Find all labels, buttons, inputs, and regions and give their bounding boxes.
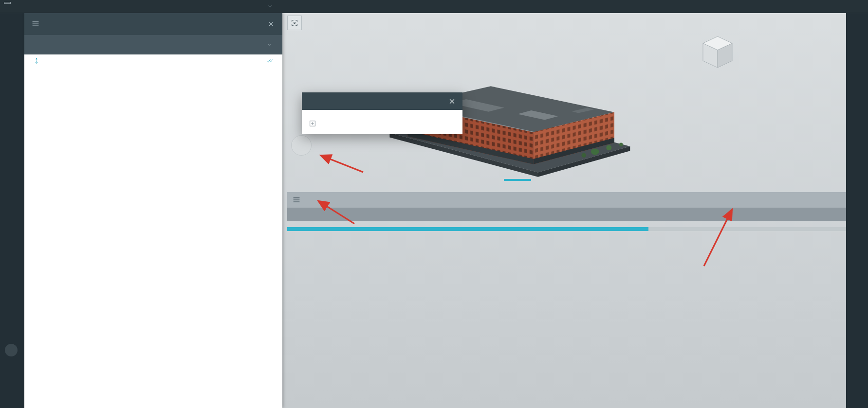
panel-close-icon[interactable]: [267, 20, 275, 28]
add-column-button[interactable]: [308, 120, 457, 127]
table-menu-glyph: [292, 195, 301, 204]
modal-body: [302, 110, 462, 134]
focus-view-icon[interactable]: [287, 16, 302, 30]
right-toolbar: [846, 13, 868, 408]
chevron-down-icon: [266, 41, 273, 48]
table-header: [287, 208, 846, 221]
plus-box-icon: [309, 120, 316, 127]
close-glyph: [448, 98, 456, 105]
expand-tree-link[interactable]: [33, 57, 43, 64]
modal-close-icon[interactable]: [448, 98, 456, 105]
app-logo[interactable]: [4, 2, 11, 4]
rules-tree-select[interactable]: [24, 35, 282, 54]
select-all-link[interactable]: [264, 57, 274, 64]
modal-header: [302, 92, 462, 110]
double-check-icon: [267, 57, 274, 64]
workspace-select[interactable]: [187, 0, 274, 13]
table-toolbar: [287, 192, 846, 208]
table-menu-icon[interactable]: [292, 195, 301, 204]
expand-collapse-icon: [33, 57, 40, 64]
panel-menu-glyph: [31, 19, 40, 28]
focus-glyph: [291, 19, 298, 27]
horizontal-scrollbar[interactable]: [287, 227, 846, 231]
column-settings-modal: [302, 92, 462, 134]
view-cube[interactable]: [700, 34, 735, 70]
panel-header: [24, 13, 282, 35]
checks-panel: [24, 13, 282, 408]
topbar: [0, 0, 868, 13]
scroll-indicator: [504, 179, 531, 181]
chevron-down-icon: [267, 3, 274, 10]
help-button[interactable]: [5, 344, 18, 356]
checks-table: [287, 192, 846, 231]
clash-marker[interactable]: [291, 135, 312, 156]
scrollbar-thumb[interactable]: [287, 227, 648, 231]
close-glyph: [267, 20, 275, 28]
panel-menu-icon[interactable]: [31, 19, 40, 28]
tree-tools: [24, 54, 282, 67]
